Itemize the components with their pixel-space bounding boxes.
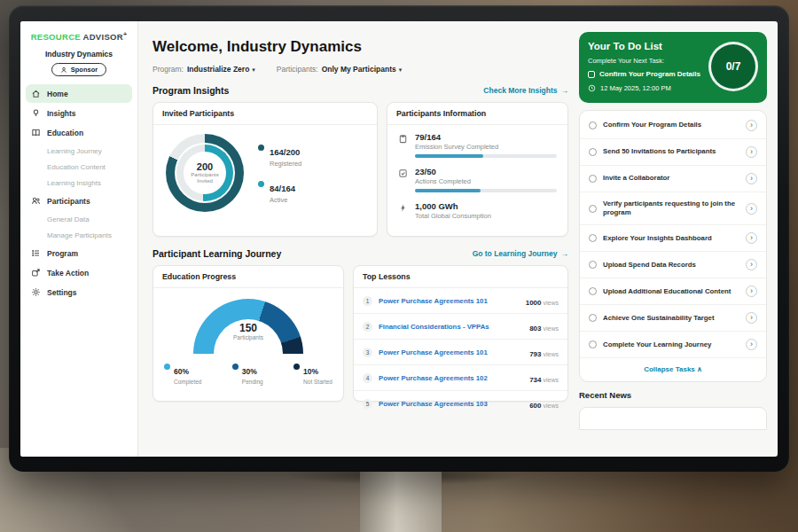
go-to-learning-journey-link[interactable]: Go to Learning Journey → — [473, 249, 568, 258]
task-label: Complete Your Learning Journey — [603, 340, 739, 349]
book-icon — [31, 128, 41, 137]
task-label: Send 50 Invitations to Participants — [603, 147, 739, 156]
task-item[interactable]: Complete Your Learning Journey › — [580, 332, 766, 358]
chevron-right-icon[interactable]: › — [746, 146, 757, 158]
task-item[interactable]: Upload Additional Educational Content › — [580, 278, 766, 305]
program-filter-value: Industrialize Zero — [187, 65, 249, 74]
lesson-link[interactable]: Power Purchase Agreements 103 — [379, 400, 523, 408]
rank-badge: 4 — [363, 373, 372, 383]
task-label: Verify participants requesting to join t… — [603, 200, 739, 217]
chevron-right-icon[interactable]: › — [746, 259, 757, 270]
filters-row: Program:Industrialize Zero▾ Participants… — [153, 65, 568, 74]
task-label: Explore Your Insights Dashboard — [603, 234, 739, 243]
lesson-link[interactable]: Financial Considerations - VPPAs — [379, 323, 523, 331]
task-item[interactable]: Explore Your Insights Dashboard › — [580, 225, 766, 252]
participants-information-card: Participants Information 79/164 Emission… — [387, 102, 568, 237]
sidebar-item-manage-participants[interactable]: Manage Participants — [26, 227, 132, 243]
program-filter[interactable]: Program:Industrialize Zero▾ — [153, 65, 255, 74]
legend-completed: 60% Completed — [164, 362, 201, 385]
rank-badge: 3 — [363, 348, 372, 357]
participants-filter[interactable]: Participants:Only My Participants▾ — [277, 65, 402, 74]
chevron-right-icon[interactable]: › — [746, 203, 757, 215]
card-title: Top Lessons — [354, 266, 567, 288]
legend-not-started: 10% Not Started — [293, 362, 332, 385]
checkbox-icon[interactable] — [588, 71, 595, 78]
todo-summary-card: Your To Do List Complete Your Next Task:… — [579, 32, 767, 103]
task-checkbox[interactable] — [589, 121, 597, 129]
sidebar: RESOURCE ADVISOR+ Industry Dynamics Spon… — [20, 21, 138, 457]
legend-label: Registered — [270, 160, 301, 168]
task-checkbox[interactable] — [589, 261, 597, 269]
task-checkbox[interactable] — [589, 148, 597, 156]
metric-label: Actions Completed — [415, 177, 557, 185]
progress-fill — [415, 154, 483, 158]
lesson-row[interactable]: 2 Financial Considerations - VPPAs 803vi… — [354, 314, 567, 340]
task-item[interactable]: Achieve One Sustainability Target › — [580, 305, 766, 332]
legend-registered: 164/200 Registered — [258, 143, 301, 168]
task-item[interactable]: Send 50 Invitations to Participants › — [580, 139, 766, 166]
person-icon — [60, 66, 67, 74]
task-item[interactable]: Verify participants requesting to join t… — [580, 192, 766, 225]
views-count: 1000 — [526, 299, 542, 307]
chevron-down-icon: ▾ — [252, 66, 255, 73]
sidebar-item-general-data[interactable]: General Data — [26, 211, 132, 227]
global-consumption-row: 1,000 GWh Total Global Consumption — [387, 194, 567, 222]
chevron-right-icon[interactable]: › — [746, 286, 757, 297]
lesson-link[interactable]: Power Purchase Agreements 102 — [379, 374, 523, 382]
metric-label: Total Global Consumption — [415, 212, 557, 220]
task-checkbox[interactable] — [589, 175, 597, 183]
lesson-row[interactable]: 5 Power Purchase Agreements 103 600views — [354, 391, 567, 416]
task-checkbox[interactable] — [589, 205, 597, 213]
arrow-right-icon: → — [561, 249, 569, 258]
legend-label: Not Started — [303, 379, 332, 385]
sidebar-item-education-content[interactable]: Education Content — [26, 159, 132, 175]
task-item[interactable]: Invite a Collaborator › — [580, 166, 766, 192]
invited-participants-card: Invited Participants 200 Participants In… — [153, 102, 378, 237]
todo-title: Your To Do List — [588, 41, 701, 51]
lesson-link[interactable]: Power Purchase Agreements 101 — [379, 297, 520, 305]
task-item[interactable]: Confirm Your Program Details › — [580, 113, 766, 139]
todo-next-task-label: Confirm Your Program Details — [599, 70, 700, 78]
sidebar-item-label: Participants — [47, 197, 90, 206]
recent-news-title: Recent News — [579, 390, 767, 400]
education-gauge: 150 Participants — [193, 299, 303, 354]
task-checkbox[interactable] — [589, 234, 597, 242]
sidebar-item-home[interactable]: Home — [26, 84, 132, 103]
sidebar-item-settings[interactable]: Settings — [26, 283, 132, 301]
chevron-right-icon[interactable]: › — [746, 120, 757, 131]
views-count: 803 — [529, 325, 541, 332]
legend-value: 164/200 — [270, 147, 300, 157]
sidebar-item-learning-insights[interactable]: Learning Insights — [26, 175, 132, 191]
chevron-right-icon[interactable]: › — [746, 312, 757, 324]
chevron-right-icon[interactable]: › — [746, 173, 757, 184]
sidebar-item-label: Education — [47, 129, 83, 137]
gear-icon — [31, 287, 41, 297]
lesson-link[interactable]: Power Purchase Agreements 101 — [379, 348, 523, 356]
sidebar-item-participants[interactable]: Participants — [26, 192, 132, 210]
task-item[interactable]: Upload Spend Data Records › — [580, 252, 766, 278]
sidebar-item-label: Home — [47, 90, 68, 98]
sidebar-item-learning-journey[interactable]: Learning Journey — [26, 143, 132, 159]
task-checkbox[interactable] — [589, 314, 597, 322]
check-more-insights-link[interactable]: Check More Insights → — [483, 86, 568, 95]
sidebar-item-take-action[interactable]: Take Action — [26, 263, 132, 282]
chevron-down-icon: ▾ — [399, 66, 403, 73]
sidebar-item-program[interactable]: Program — [26, 244, 132, 262]
sidebar-item-insights[interactable]: Insights — [26, 104, 132, 122]
monitor-bezel: RESOURCE ADVISOR+ Industry Dynamics Spon… — [9, 5, 789, 472]
sidebar-item-label: Insights — [47, 109, 76, 118]
gauge-center-value: 150 — [193, 322, 303, 334]
todo-next-task[interactable]: Confirm Your Program Details — [588, 70, 701, 78]
collapse-tasks-link[interactable]: Collapse Tasks ∧ — [580, 358, 766, 381]
sidebar-item-education[interactable]: Education — [26, 123, 132, 142]
org-name: Industry Dynamics — [20, 50, 137, 59]
sponsor-badge[interactable]: Sponsor — [51, 63, 106, 76]
chevron-right-icon[interactable]: › — [746, 339, 757, 350]
task-checkbox[interactable] — [589, 340, 597, 348]
chevron-right-icon[interactable]: › — [746, 232, 757, 244]
lesson-row[interactable]: 3 Power Purchase Agreements 101 793views — [354, 340, 567, 365]
task-checkbox[interactable] — [589, 287, 597, 295]
lesson-row[interactable]: 4 Power Purchase Agreements 102 734views — [354, 365, 567, 391]
progress-track — [415, 189, 557, 192]
lesson-row[interactable]: 1 Power Purchase Agreements 101 1000view… — [354, 288, 567, 314]
